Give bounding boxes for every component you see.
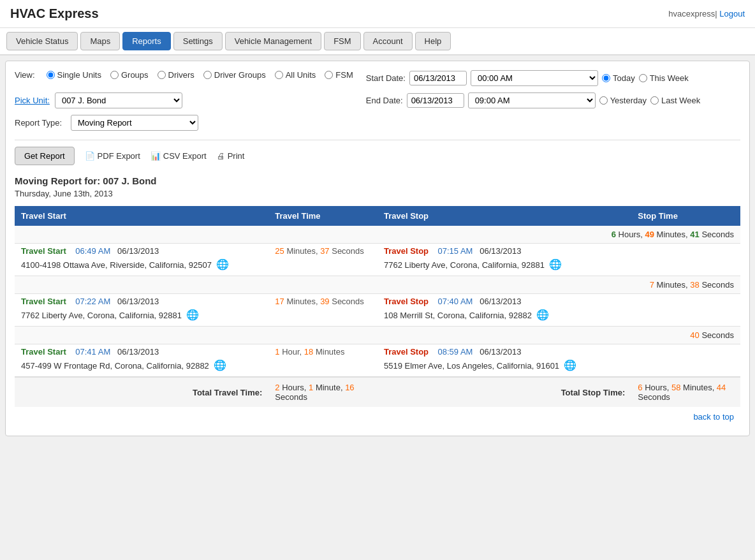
start-date-input[interactable] bbox=[409, 71, 467, 85]
form-actions: Get Report 📄 PDF Export 📊 CSV Export 🖨 P… bbox=[15, 140, 740, 165]
col-travel-time: Travel Time bbox=[268, 206, 378, 226]
trip-3-addr: 457-499 W Frontage Rd, Corona, Californi… bbox=[15, 358, 740, 377]
trip-3-travel-time-cell: 1 Hour, 18 Minutes bbox=[268, 344, 378, 358]
view-single-units-radio[interactable] bbox=[47, 71, 55, 79]
view-drivers-radio[interactable] bbox=[158, 71, 166, 79]
total-stop-val: 6 Hours, 58 Minutes, 44 Seconds bbox=[631, 377, 740, 407]
nav-reports[interactable]: Reports bbox=[122, 32, 171, 50]
trip-2-start-addr: 7762 Liberty Ave, Corona, California, 92… bbox=[15, 307, 268, 327]
end-date-input[interactable] bbox=[407, 93, 464, 108]
csv-export-link[interactable]: 📊 CSV Export bbox=[150, 151, 207, 161]
view-all-units-radio[interactable] bbox=[275, 71, 283, 79]
trip-3-start-addr: 457-499 W Frontage Rd, Corona, Californi… bbox=[15, 358, 268, 377]
view-label: View: bbox=[15, 70, 35, 80]
print-link[interactable]: 🖨 Print bbox=[217, 151, 245, 161]
last-week-radio[interactable] bbox=[650, 96, 659, 105]
logout-link[interactable]: Logout bbox=[719, 9, 745, 18]
app-title: HVAC Express bbox=[10, 6, 99, 21]
form-left: View: Single Units Groups Drivers Driver… bbox=[15, 70, 353, 131]
pick-unit-label[interactable]: Pick Unit: bbox=[15, 96, 50, 105]
this-week-radio[interactable] bbox=[639, 74, 647, 82]
globe-icon-3e[interactable]: 🌐 bbox=[564, 360, 576, 371]
user-info: hvacexpress| Logout bbox=[668, 9, 745, 18]
yesterday-radio-label[interactable]: Yesterday bbox=[599, 96, 647, 105]
trip-1-idle-cell: 7 Minutes, 38 Seconds bbox=[15, 276, 740, 294]
trip-1-stop-time-cell bbox=[631, 244, 740, 258]
globe-icon-2e[interactable]: 🌐 bbox=[536, 309, 549, 320]
view-row: View: Single Units Groups Drivers Driver… bbox=[15, 70, 353, 80]
col-travel-stop: Travel Stop bbox=[378, 206, 631, 226]
view-groups-radio[interactable] bbox=[110, 71, 119, 79]
back-to-top-section: back to top bbox=[15, 407, 740, 427]
username: hvacexpress bbox=[668, 9, 715, 18]
start-date-label: Start Date: bbox=[366, 73, 406, 83]
report-type-select[interactable]: Moving Report bbox=[71, 115, 198, 131]
globe-icon-3s[interactable]: 🌐 bbox=[214, 360, 226, 371]
globe-icon-2s[interactable]: 🌐 bbox=[186, 309, 199, 320]
report-form: View: Single Units Groups Drivers Driver… bbox=[15, 70, 740, 131]
trip-2-stop-addr: 108 Merrill St, Corona, California, 9288… bbox=[378, 307, 631, 327]
total-travel-val: 2 Hours, 1 Minute, 16 Seconds bbox=[268, 377, 378, 407]
trip-1-stop-addr: 7762 Liberty Ave, Corona, California, 92… bbox=[378, 257, 631, 276]
col-travel-start: Travel Start bbox=[15, 206, 268, 226]
view-drivers[interactable]: Drivers bbox=[158, 70, 194, 80]
col-stop-time: Stop Time bbox=[631, 206, 740, 226]
end-time-select[interactable]: 09:00 AM bbox=[468, 92, 596, 108]
trip-1-header: Travel Start 06:49 AM 06/13/2013 25 Minu… bbox=[15, 244, 740, 258]
view-driver-groups[interactable]: Driver Groups bbox=[203, 70, 266, 80]
trip-2-stop-label-cell: Travel Stop 07:40 AM 06/13/2013 bbox=[378, 294, 631, 308]
view-fsm[interactable]: FSM bbox=[325, 70, 353, 80]
get-report-button[interactable]: Get Report bbox=[15, 147, 75, 165]
nav-vehicle-status[interactable]: Vehicle Status bbox=[6, 32, 78, 50]
nav-account[interactable]: Account bbox=[363, 32, 413, 50]
total-stop-label: Total Stop Time: bbox=[378, 377, 631, 407]
trip-3-start-label-cell: Travel Start 07:41 AM 06/13/2013 bbox=[15, 344, 268, 358]
trip-2-idle: 40 Seconds bbox=[15, 327, 740, 344]
nav-help[interactable]: Help bbox=[415, 32, 451, 50]
printer-icon: 🖨 bbox=[217, 151, 225, 161]
view-single-units[interactable]: Single Units bbox=[47, 70, 101, 80]
this-week-radio-label[interactable]: This Week bbox=[639, 73, 689, 83]
globe-icon-1s[interactable]: 🌐 bbox=[216, 259, 229, 270]
trip-3-stop-label-cell: Travel Stop 08:59 AM 06/13/2013 bbox=[378, 344, 631, 358]
start-time-select[interactable]: 00:00 AM bbox=[471, 70, 598, 86]
view-all-units[interactable]: All Units bbox=[275, 70, 316, 80]
report-heading: Moving Report for: 007 J. Bond bbox=[15, 175, 740, 186]
trip-2-travel-time-cell: 17 Minutes, 39 Seconds bbox=[268, 294, 378, 308]
trip-2-addr: 7762 Liberty Ave, Corona, California, 92… bbox=[15, 307, 740, 327]
form-right: Start Date: 00:00 AM Today This Week End… bbox=[366, 70, 700, 131]
total-row: Total Travel Time: 2 Hours, 1 Minute, 16… bbox=[15, 377, 740, 407]
back-to-top-link[interactable]: back to top bbox=[693, 412, 734, 422]
yesterday-radio[interactable] bbox=[599, 96, 608, 105]
trip-1-start-label-cell: Travel Start 06:49 AM 06/13/2013 bbox=[15, 244, 268, 258]
view-driver-groups-radio[interactable] bbox=[203, 71, 212, 79]
trip-3-stop-addr: 5519 Elmer Ave, Los Angeles, California,… bbox=[378, 358, 631, 377]
total-travel-label: Total Travel Time: bbox=[15, 377, 268, 407]
globe-icon-1e[interactable]: 🌐 bbox=[549, 259, 562, 270]
trip-1-travel-time-cell: 25 Minutes, 37 Seconds bbox=[268, 244, 378, 258]
trip-1-idle: 7 Minutes, 38 Seconds bbox=[15, 276, 740, 294]
summary-row: 6 Hours, 49 Minutes, 41 Seconds bbox=[15, 226, 740, 244]
page-header: HVAC Express hvacexpress| Logout bbox=[0, 0, 755, 28]
trip-1-addr: 4100-4198 Ottawa Ave, Riverside, Califor… bbox=[15, 257, 740, 276]
trip-2-header: Travel Start 07:22 AM 06/13/2013 17 Minu… bbox=[15, 294, 740, 308]
report-type-label: Report Type: bbox=[15, 118, 66, 128]
nav-maps[interactable]: Maps bbox=[80, 32, 120, 50]
trip-1-stop-label-cell: Travel Stop 07:15 AM 06/13/2013 bbox=[378, 244, 631, 258]
pick-unit-select[interactable]: 007 J. Bond bbox=[55, 92, 182, 108]
today-radio[interactable] bbox=[602, 74, 610, 82]
view-groups[interactable]: Groups bbox=[110, 70, 149, 80]
today-radio-label[interactable]: Today bbox=[602, 73, 635, 83]
nav-settings[interactable]: Settings bbox=[173, 32, 223, 50]
nav-fsm[interactable]: FSM bbox=[324, 32, 360, 50]
nav-vehicle-management[interactable]: Vehicle Management bbox=[225, 32, 321, 50]
report-date: Thursday, June 13th, 2013 bbox=[15, 189, 740, 198]
trip-2-start-label-cell: Travel Start 07:22 AM 06/13/2013 bbox=[15, 294, 268, 308]
main-content: View: Single Units Groups Drivers Driver… bbox=[5, 61, 750, 436]
last-week-radio-label[interactable]: Last Week bbox=[650, 96, 700, 105]
pick-unit-row: Pick Unit: 007 J. Bond bbox=[15, 92, 353, 108]
view-fsm-radio[interactable] bbox=[325, 71, 333, 79]
end-date-label: End Date: bbox=[366, 96, 403, 105]
pdf-export-link[interactable]: 📄 PDF Export bbox=[85, 151, 140, 161]
navigation: Vehicle Status Maps Reports Settings Veh… bbox=[0, 28, 755, 55]
